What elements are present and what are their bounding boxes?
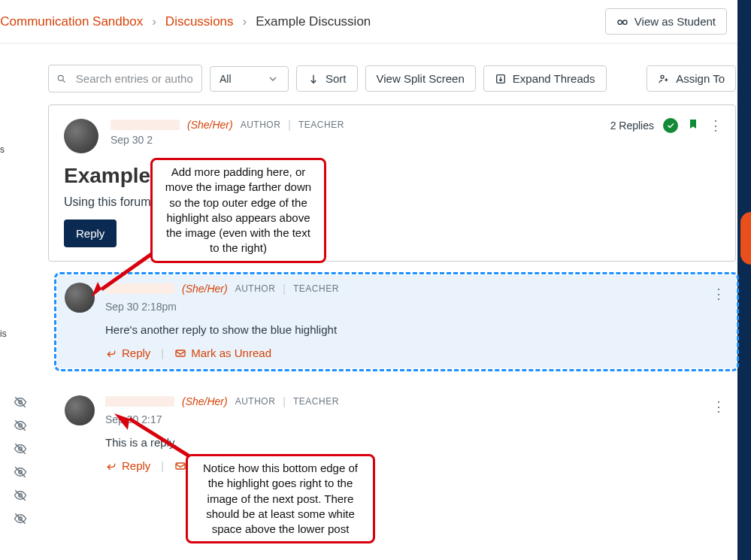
reply-thread: ⋮ (She/Her) AUTHOR | TEACHER Sep 30 2:18…: [57, 275, 736, 481]
author-pronoun: (She/Her): [182, 283, 228, 295]
role-separator: |: [288, 119, 291, 131]
eye-off-icon: [14, 442, 27, 456]
expand-threads-button[interactable]: Expand Threads: [483, 65, 607, 92]
split-screen-button[interactable]: View Split Screen: [365, 65, 476, 92]
svg-point-0: [618, 20, 622, 24]
author-pronoun: (She/Her): [182, 395, 228, 407]
breadcrumb-current: Example Discussion: [256, 14, 371, 29]
discussion-toolbar: All Sort View Split Screen Expand Thread…: [0, 44, 751, 104]
reply-body: Here's another reply to show the blue hi…: [105, 323, 724, 336]
replies-count: 2 Replies: [610, 120, 654, 132]
reply-action-mark-unread[interactable]: Mark as Unread: [174, 347, 271, 359]
eye-off-icon: [14, 512, 27, 525]
sort-label: Sort: [326, 72, 347, 85]
header-bar: g & Communication Sandbox › Discussions …: [0, 0, 751, 44]
action-separator: |: [161, 459, 164, 472]
chevron-right-icon: ›: [152, 14, 156, 29]
right-decor-strip: [737, 0, 751, 560]
arrow-down-icon: [307, 73, 319, 85]
breadcrumb-discussions[interactable]: Discussions: [165, 14, 234, 29]
role-teacher: TEACHER: [293, 283, 339, 294]
author-name-redacted: [111, 120, 180, 130]
search-input-wrap[interactable]: [48, 65, 202, 92]
envelope-icon: [174, 460, 186, 472]
annotation-callout-top: Add more padding here, or move the image…: [150, 158, 326, 263]
action-separator: |: [161, 347, 164, 359]
right-decor-blob: [740, 212, 751, 265]
post-topright-controls: 2 Replies ⋮: [610, 117, 723, 133]
reply-timestamp: Sep 30 2:17: [105, 413, 339, 425]
published-check-icon: [663, 118, 678, 133]
breadcrumb-course[interactable]: g & Communication Sandbox: [0, 14, 143, 29]
svg-point-1: [623, 20, 627, 24]
reply-options-kebab[interactable]: ⋮: [712, 398, 725, 415]
assign-to-label: Assign To: [676, 72, 725, 85]
reply-action-reply[interactable]: Reply: [105, 459, 150, 472]
eye-off-icon: [14, 419, 27, 432]
reply-item-highlighted: ⋮ (She/Her) AUTHOR | TEACHER Sep 30 2:18…: [57, 275, 736, 368]
assign-to-button[interactable]: Assign To: [647, 65, 736, 92]
chevron-down-icon: [267, 73, 279, 85]
sort-button[interactable]: Sort: [296, 65, 358, 92]
filter-select-label: All: [220, 73, 232, 85]
avatar: [65, 283, 95, 313]
left-hidden-icons: [14, 395, 27, 525]
expand-threads-label: Expand Threads: [513, 72, 595, 85]
eye-off-icon: [14, 465, 27, 479]
glasses-icon: [616, 16, 628, 28]
author-name-redacted: [105, 396, 174, 407]
role-teacher: TEACHER: [298, 120, 344, 130]
role-teacher: TEACHER: [293, 396, 339, 407]
reply-action-reply[interactable]: Reply: [105, 347, 150, 359]
role-separator: |: [283, 395, 286, 407]
bookmark-icon[interactable]: [687, 117, 699, 133]
role-separator: |: [283, 283, 286, 295]
eye-off-icon: [14, 489, 27, 502]
reply-button[interactable]: Reply: [64, 219, 117, 247]
reply-body: This is a reply.: [105, 436, 724, 449]
breadcrumb: g & Communication Sandbox › Discussions …: [0, 14, 371, 29]
search-input[interactable]: [74, 71, 194, 86]
view-as-student-label: View as Student: [634, 15, 716, 28]
role-author: AUTHOR: [235, 283, 276, 294]
reply-item: ⋮ (She/Her) AUTHOR | TEACHER Sep 30 2:17…: [57, 388, 736, 481]
post-timestamp: Sep 30 2: [111, 134, 344, 146]
post-options-kebab[interactable]: ⋮: [708, 119, 723, 132]
filter-select[interactable]: All: [210, 66, 289, 92]
svg-point-2: [58, 75, 63, 80]
reply-arrow-icon: [105, 347, 117, 359]
expand-icon: [495, 73, 507, 85]
search-icon: [56, 73, 67, 85]
left-nav-fragment-top: s: [0, 144, 6, 155]
reply-action-reply-label: Reply: [122, 347, 150, 359]
split-screen-label: View Split Screen: [377, 72, 465, 85]
left-nav-fragment: is: [0, 326, 14, 343]
reply-actions: Reply | Mark as Unread: [105, 347, 724, 359]
reply-options-kebab[interactable]: ⋮: [712, 286, 725, 302]
view-as-student-button[interactable]: View as Student: [605, 8, 727, 35]
svg-point-4: [661, 75, 664, 78]
role-author: AUTHOR: [235, 396, 276, 407]
reply-action-mark-unread-fragment[interactable]: [174, 460, 186, 472]
role-author: AUTHOR: [241, 120, 281, 130]
envelope-icon: [174, 347, 186, 359]
avatar: [65, 395, 95, 425]
reply-timestamp: Sep 30 2:18pm: [105, 301, 339, 313]
author-name-redacted: [105, 283, 174, 294]
reply-action-reply-label: Reply: [122, 459, 150, 472]
svg-rect-6: [176, 463, 185, 469]
eye-off-icon: [14, 395, 27, 409]
chevron-right-icon: ›: [243, 14, 247, 29]
author-line: (She/Her) AUTHOR | TEACHER: [111, 119, 344, 131]
author-pronoun: (She/Her): [187, 119, 233, 131]
svg-rect-5: [176, 350, 185, 356]
reply-arrow-icon: [105, 460, 117, 472]
reply-action-mark-unread-label: Mark as Unread: [191, 347, 271, 359]
annotation-callout-bottom: Notice how this bottom edge of the highl…: [186, 454, 375, 543]
assign-icon: [658, 73, 670, 85]
avatar: [64, 119, 98, 153]
